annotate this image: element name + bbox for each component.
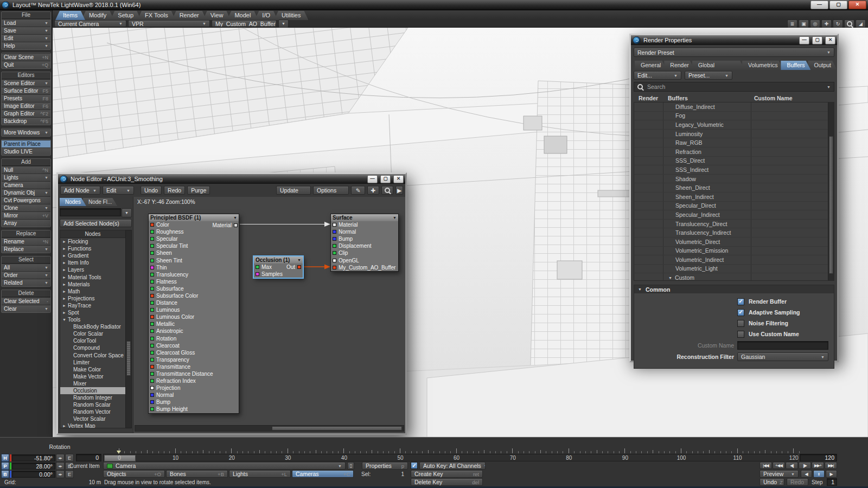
- node-input-port[interactable]: Bump: [331, 235, 398, 242]
- node-input-port[interactable]: Refraction Index: [149, 377, 239, 384]
- properties-tab[interactable]: Global Illumination: [692, 61, 745, 70]
- node-list-item[interactable]: Random Integer: [60, 394, 125, 401]
- port-socket-icon[interactable]: [150, 365, 154, 369]
- port-socket-icon[interactable]: [297, 265, 301, 269]
- render-checkbox-cell[interactable]: ✓: [634, 192, 663, 201]
- node-input-port[interactable]: Roughness: [149, 228, 239, 235]
- port-socket-icon[interactable]: [150, 244, 154, 248]
- properties-tab[interactable]: Render: [664, 61, 694, 70]
- port-socket-icon[interactable]: [150, 237, 154, 241]
- render-checkbox-cell[interactable]: ✓: [634, 102, 663, 111]
- pan-icon[interactable]: ✚: [367, 186, 379, 195]
- buffer-list-scrollbar[interactable]: [828, 102, 834, 280]
- node-list-item[interactable]: ► Projections: [60, 295, 125, 302]
- close-button[interactable]: ✕: [393, 175, 404, 183]
- undo-button[interactable]: Undo Z: [760, 478, 784, 486]
- render-checkbox-cell[interactable]: ✓: [634, 255, 663, 264]
- node-list-item[interactable]: ► Math: [60, 288, 125, 295]
- port-socket-icon[interactable]: [150, 322, 154, 326]
- node-input-port[interactable]: Luminous Color: [149, 313, 239, 320]
- render-checkbox-cell[interactable]: ✓: [634, 165, 663, 174]
- render-preset-dropdown[interactable]: Render Preset▼: [634, 48, 834, 57]
- port-socket-icon[interactable]: [150, 301, 154, 305]
- buffer-row[interactable]: ✓ ▼ SSS_Direct: [634, 157, 834, 166]
- node-editor-titlebar[interactable]: Node Editor - ACUnit:3_Smoothing — ▢ ✕: [58, 174, 405, 184]
- port-socket-icon[interactable]: [333, 259, 336, 262]
- port-socket-icon[interactable]: [150, 329, 154, 333]
- node-list-item[interactable]: ► Material Tools: [60, 273, 125, 280]
- sidebar-item[interactable]: Quit +Q ▼: [2, 61, 50, 68]
- node-list-item[interactable]: Make Color: [60, 366, 125, 373]
- render-checkbox-cell[interactable]: ✓: [634, 175, 663, 183]
- port-socket-icon[interactable]: [150, 337, 154, 341]
- properties-button[interactable]: Properties p: [362, 462, 408, 470]
- buffer-row[interactable]: ✓ ▼ Custom: [634, 273, 834, 281]
- sidebar-item[interactable]: All ▼: [2, 264, 50, 271]
- buffer-row[interactable]: ✓ ▼ Legacy_Volumetric: [634, 120, 834, 130]
- sidebar-item[interactable]: Scene Editor ▼: [2, 79, 50, 87]
- render-mode-dropdown[interactable]: VPR▼: [128, 20, 210, 27]
- sidebar-item[interactable]: Lights ▼: [2, 174, 50, 181]
- node-input-port[interactable]: Subsurface: [149, 285, 239, 292]
- render-checkbox-cell[interactable]: ✓: [634, 210, 663, 219]
- node-output-port[interactable]: Out: [286, 264, 301, 270]
- minimize-button[interactable]: —: [367, 175, 378, 183]
- port-socket-icon[interactable]: [150, 400, 154, 404]
- node-input-port[interactable]: Subsurface Color: [149, 292, 239, 299]
- item-properties-mini-button[interactable]: ▯: [347, 462, 354, 470]
- render-checkbox-cell[interactable]: ✓: [634, 130, 663, 138]
- envelope-button[interactable]: E: [65, 470, 74, 478]
- node-input-port[interactable]: Translucency: [149, 271, 239, 278]
- timeline-track[interactable]: 0102030405060708090100110120: [103, 454, 797, 461]
- node-input-port[interactable]: Thin: [149, 264, 239, 271]
- node-input-port[interactable]: Transparency: [149, 356, 239, 363]
- port-socket-icon[interactable]: [150, 344, 154, 348]
- redo-button[interactable]: Redo: [787, 478, 808, 486]
- port-socket-icon[interactable]: [150, 230, 154, 234]
- render-checkbox-cell[interactable]: ✓: [634, 112, 663, 120]
- port-socket-icon[interactable]: [333, 223, 336, 227]
- properties-tab[interactable]: General: [635, 61, 667, 70]
- viewport-tool-icon[interactable]: ▣: [799, 20, 809, 28]
- node-list-item[interactable]: Vector Scalar: [60, 415, 125, 422]
- sidebar-item[interactable]: Presets F8 ▼: [2, 94, 50, 102]
- node-list-item[interactable]: ► Functions: [60, 245, 125, 252]
- buffer-row[interactable]: ✓ ▼ Specular_Direct: [634, 202, 834, 211]
- item-type-button[interactable]: Objects +O: [103, 470, 165, 478]
- sidebar-item[interactable]: Array ▼: [2, 219, 50, 227]
- sidebar-item[interactable]: Graph Editor ^F2 ▼: [2, 110, 50, 117]
- sidebar-item[interactable]: Help ▼: [2, 42, 50, 49]
- port-socket-icon[interactable]: [150, 266, 154, 269]
- undo-button[interactable]: Undo: [141, 186, 162, 195]
- minimize-button[interactable]: —: [799, 36, 809, 44]
- scrollbar-thumb[interactable]: [829, 136, 833, 274]
- render-checkbox-cell[interactable]: ✓: [634, 228, 663, 237]
- menu-tab[interactable]: FX Tools: [137, 11, 176, 20]
- node-occlusion[interactable]: Occlusion (1) ▼ Max Out Samples: [253, 256, 303, 278]
- node-header[interactable]: Surface ▼: [331, 214, 398, 221]
- collapse-arrow-icon[interactable]: ▼: [295, 258, 301, 262]
- buffer-row[interactable]: ✓ ▼ Raw_RGB: [634, 138, 834, 147]
- transport-button[interactable]: ▶: [826, 470, 837, 478]
- properties-tab[interactable]: Buffers: [781, 61, 810, 70]
- transport-button[interactable]: ‖: [813, 470, 825, 478]
- render-checkbox-cell[interactable]: ✓: [634, 157, 663, 165]
- render-checkbox-cell[interactable]: ✓: [634, 147, 663, 156]
- sidebar-item[interactable]: More Windows ▼: [2, 129, 50, 136]
- node-list-item[interactable]: ► Layers: [60, 266, 125, 273]
- maximize-button[interactable]: ▢: [829, 1, 847, 9]
- sidebar-item[interactable]: Clear ▼: [2, 305, 50, 312]
- options-button[interactable]: Options: [313, 186, 349, 195]
- edit-menu-button[interactable]: Edit▼: [103, 186, 134, 195]
- node-list-item[interactable]: Compound: [60, 344, 125, 351]
- pen-icon[interactable]: ✎: [351, 186, 365, 195]
- render-checkbox-cell[interactable]: ✓: [634, 202, 663, 210]
- node-input-port[interactable]: Bump Height: [149, 406, 239, 413]
- sidebar-item[interactable]: Cvt Powergons ▼: [2, 196, 50, 204]
- buffer-row[interactable]: ✓ ▼ Volumetric_Indirect: [634, 255, 834, 265]
- menu-tab[interactable]: Setup: [110, 11, 141, 20]
- node-input-port[interactable]: Samples: [254, 271, 303, 278]
- checkbox[interactable]: ✓: [737, 298, 744, 305]
- sidebar-item[interactable]: Dynamic Obj ▼: [2, 189, 50, 196]
- node-header[interactable]: Occlusion (1) ▼: [254, 256, 303, 264]
